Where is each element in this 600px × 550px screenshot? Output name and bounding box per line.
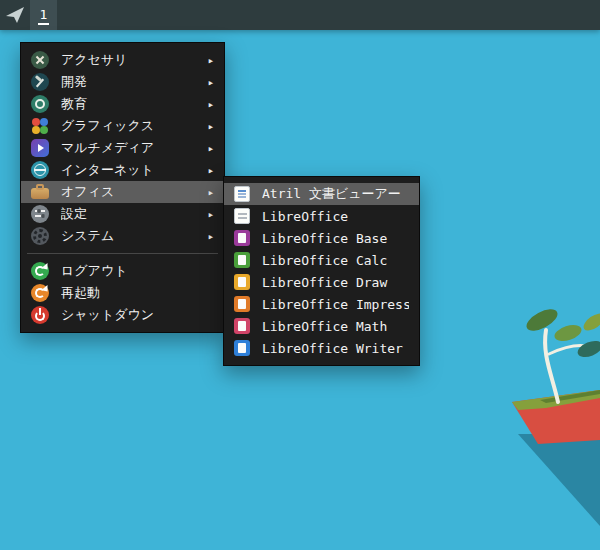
menu-item-office[interactable]: オフィス ▸ xyxy=(21,181,224,203)
menu-item-label: 教育 xyxy=(61,95,195,113)
submenu-arrow-icon: ▸ xyxy=(207,77,214,88)
menu-item-label: グラフィックス xyxy=(61,117,195,135)
submenu-item-label: LibreOffice xyxy=(262,209,409,224)
menu-item-accessories[interactable]: アクセサリ ▸ xyxy=(21,49,224,71)
education-icon xyxy=(31,95,49,113)
workspace-1-button[interactable]: 1 xyxy=(30,0,57,30)
submenu-arrow-icon: ▸ xyxy=(207,121,214,132)
menu-item-label: 設定 xyxy=(61,205,195,223)
applications-menu: アクセサリ ▸ 開発 ▸ 教育 ▸ グラフィックス ▸ マルチメディア ▸ イン… xyxy=(20,42,225,333)
office-icon xyxy=(31,183,49,201)
libreoffice-impress-icon xyxy=(234,296,250,312)
submenu-item-label: LibreOffice Calc xyxy=(262,253,409,268)
submenu-arrow-icon: ▸ xyxy=(207,209,214,220)
submenu-item-libreoffice-writer[interactable]: LibreOffice Writer xyxy=(224,337,419,359)
menu-item-development[interactable]: 開発 ▸ xyxy=(21,71,224,93)
libreoffice-draw-icon xyxy=(234,274,250,290)
libreoffice-base-icon xyxy=(234,230,250,246)
island-grass xyxy=(512,390,600,410)
island-grass-shade xyxy=(540,390,600,403)
menu-item-label: オフィス xyxy=(61,183,195,201)
menu-item-logout[interactable]: ログアウト xyxy=(21,260,224,282)
atril-document-viewer-icon xyxy=(234,186,250,202)
menu-item-label: アクセサリ xyxy=(61,51,195,69)
submenu-item-libreoffice-impress[interactable]: LibreOffice Impress xyxy=(224,293,419,315)
submenu-arrow-icon: ▸ xyxy=(207,55,214,66)
libreoffice-icon xyxy=(234,208,250,224)
menu-item-graphics[interactable]: グラフィックス ▸ xyxy=(21,115,224,137)
accessories-icon xyxy=(31,51,49,69)
menu-item-label: マルチメディア xyxy=(61,139,195,157)
menu-item-reboot[interactable]: 再起動 xyxy=(21,282,224,304)
tree-leaf xyxy=(581,310,600,334)
submenu-item-libreoffice-calc[interactable]: LibreOffice Calc xyxy=(224,249,419,271)
multimedia-icon xyxy=(31,139,49,157)
submenu-item-label: LibreOffice Impress xyxy=(262,297,409,312)
workspace-label: 1 xyxy=(38,6,50,25)
internet-icon xyxy=(31,161,49,179)
settings-icon xyxy=(31,205,49,223)
menu-item-label: 再起動 xyxy=(61,284,214,302)
submenu-item-atril-document-viewer[interactable]: Atril 文書ビューアー xyxy=(224,183,419,205)
app-launcher-button[interactable] xyxy=(0,0,30,30)
tree-trunk xyxy=(545,330,558,402)
submenu-item-libreoffice-math[interactable]: LibreOffice Math xyxy=(224,315,419,337)
graphics-icon xyxy=(31,117,49,135)
tree-branch xyxy=(549,345,586,354)
submenu-item-label: Atril 文書ビューアー xyxy=(262,185,409,203)
reboot-icon xyxy=(31,284,49,302)
island-shadow xyxy=(518,434,600,526)
paper-plane-icon xyxy=(5,6,25,24)
submenu-arrow-icon: ▸ xyxy=(207,231,214,242)
submenu-item-libreoffice[interactable]: LibreOffice xyxy=(224,205,419,227)
submenu-item-label: LibreOffice Draw xyxy=(262,275,409,290)
submenu-item-libreoffice-base[interactable]: LibreOffice Base xyxy=(224,227,419,249)
menu-item-label: ログアウト xyxy=(61,262,214,280)
libreoffice-writer-icon xyxy=(234,340,250,356)
tree-leaf xyxy=(575,338,600,361)
menu-item-label: 開発 xyxy=(61,73,195,91)
menu-item-internet[interactable]: インターネット ▸ xyxy=(21,159,224,181)
menu-item-multimedia[interactable]: マルチメディア ▸ xyxy=(21,137,224,159)
office-submenu: Atril 文書ビューアー LibreOffice LibreOffice Ba… xyxy=(223,176,420,366)
submenu-arrow-icon: ▸ xyxy=(207,165,214,176)
menu-item-label: システム xyxy=(61,227,195,245)
submenu-item-label: LibreOffice Base xyxy=(262,231,409,246)
libreoffice-math-icon xyxy=(234,318,250,334)
island-rock xyxy=(512,390,600,444)
submenu-item-label: LibreOffice Math xyxy=(262,319,409,334)
submenu-arrow-icon: ▸ xyxy=(207,143,214,154)
submenu-arrow-icon: ▸ xyxy=(207,99,214,110)
system-icon xyxy=(31,227,49,245)
menu-item-label: シャットダウン xyxy=(61,306,214,324)
taskbar: 1 xyxy=(0,0,600,30)
submenu-item-libreoffice-draw[interactable]: LibreOffice Draw xyxy=(224,271,419,293)
menu-item-settings[interactable]: 設定 ▸ xyxy=(21,203,224,225)
libreoffice-calc-icon xyxy=(234,252,250,268)
tree-leaf xyxy=(523,305,561,335)
submenu-item-label: LibreOffice Writer xyxy=(262,341,409,356)
menu-item-system[interactable]: システム ▸ xyxy=(21,225,224,247)
logout-icon xyxy=(31,262,49,280)
menu-item-education[interactable]: 教育 ▸ xyxy=(21,93,224,115)
submenu-arrow-icon: ▸ xyxy=(207,187,214,198)
menu-item-shutdown[interactable]: シャットダウン xyxy=(21,304,224,326)
menu-separator xyxy=(27,253,218,254)
tree-leaf xyxy=(553,322,584,344)
menu-item-label: インターネット xyxy=(61,161,195,179)
shutdown-icon xyxy=(31,306,49,324)
development-icon xyxy=(31,73,49,91)
